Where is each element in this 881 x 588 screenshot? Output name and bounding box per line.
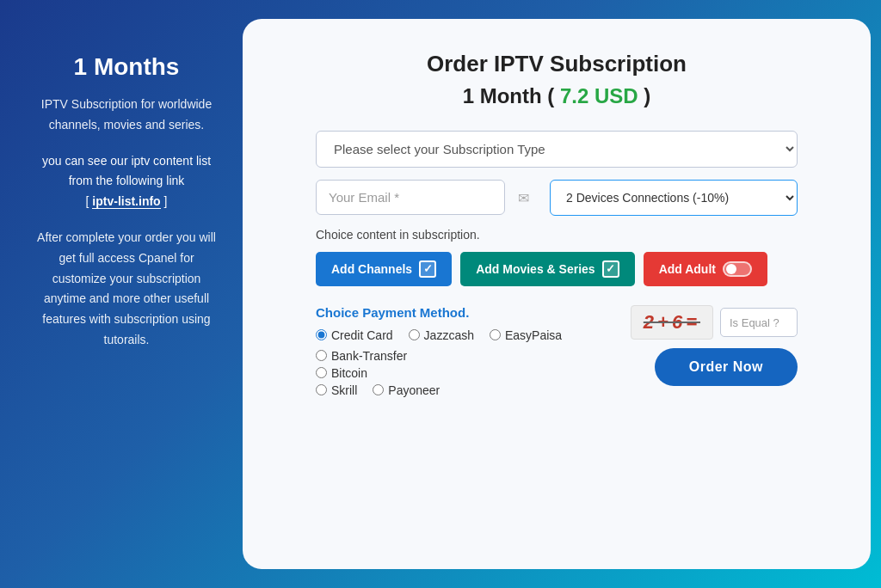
email-input-wrap: ✉	[316, 180, 538, 216]
form-area: Please select your Subscription Type 1 M…	[316, 131, 798, 401]
jazzcash-label: Jazzcash	[424, 328, 474, 342]
payment-row3: Bitcoin	[316, 366, 631, 380]
left-desc3: After complete your order you will get f…	[31, 228, 222, 351]
left-title: 1 Months	[74, 53, 180, 81]
captcha-text: 2+6=	[644, 311, 700, 333]
payment-skrill[interactable]: Skrill	[316, 383, 357, 397]
payment-jazzcash[interactable]: Jazzcash	[409, 328, 474, 342]
captcha-input[interactable]	[720, 308, 798, 337]
payment-bitcoin[interactable]: Bitcoin	[316, 366, 367, 380]
payment-row1: Credit Card Jazzcash EasyPaisa	[316, 328, 631, 342]
payment-title: Choice Payment Method.	[316, 305, 631, 320]
payment-left: Choice Payment Method. Credit Card Jazzc…	[316, 305, 631, 401]
bitcoin-label: Bitcoin	[331, 366, 367, 380]
add-movies-button[interactable]: Add Movies & Series	[460, 252, 635, 286]
email-devices-row: ✉ 2 Devices Connections (-10%) 1 Device …	[316, 180, 798, 216]
movies-label: Add Movies & Series	[476, 262, 595, 276]
bank-transfer-label: Bank-Transfer	[331, 349, 407, 363]
order-title: Order IPTV Subscription	[427, 50, 687, 79]
payment-row2: Bank-Transfer	[316, 349, 631, 363]
devices-select[interactable]: 2 Devices Connections (-10%) 1 Device Co…	[550, 180, 798, 216]
radio-bank-transfer[interactable]	[316, 350, 327, 361]
right-panel: Order IPTV Subscription 1 Month ( 7.2 US…	[243, 19, 871, 569]
channels-checkbox-icon	[419, 260, 436, 278]
payment-payoneer[interactable]: Payoneer	[373, 383, 440, 397]
channels-label: Add Channels	[331, 262, 412, 276]
radio-bitcoin[interactable]	[316, 367, 327, 378]
link-suffix: ]	[161, 194, 168, 208]
left-desc2: you can see our iptv content list from t…	[42, 154, 211, 188]
add-channels-button[interactable]: Add Channels	[316, 252, 452, 286]
payment-bank-transfer[interactable]: Bank-Transfer	[316, 349, 407, 363]
payment-section: Choice Payment Method. Credit Card Jazzc…	[316, 305, 798, 401]
subtitle-post: )	[644, 84, 650, 107]
radio-payoneer[interactable]	[373, 384, 384, 395]
movies-checkbox-icon	[602, 260, 619, 278]
left-link-section: you can see our iptv content list from t…	[31, 151, 222, 212]
order-subtitle: 1 Month ( 7.2 USD )	[463, 84, 651, 108]
subtitle-pre: 1 Month (	[463, 84, 555, 107]
price-value: 7.2 USD	[560, 84, 638, 107]
payoneer-label: Payoneer	[388, 383, 440, 397]
radio-jazzcash[interactable]	[409, 329, 420, 340]
left-panel: 1 Months IPTV Subscription for worldwide…	[10, 19, 243, 569]
left-desc1: IPTV Subscription for worldwide channels…	[31, 95, 222, 136]
credit-card-label: Credit Card	[331, 328, 393, 342]
payment-row: Choice Payment Method. Credit Card Jazzc…	[316, 305, 798, 401]
order-now-button[interactable]: Order Now	[655, 348, 798, 386]
email-icon: ✉	[518, 189, 529, 205]
radio-easypaisa[interactable]	[490, 329, 501, 340]
captcha-area: 2+6=	[631, 305, 798, 340]
payment-easypaisa[interactable]: EasyPaisa	[490, 328, 562, 342]
adult-toggle-icon	[723, 261, 752, 277]
email-input[interactable]	[316, 180, 505, 215]
iptv-list-link[interactable]: iptv-list.info	[92, 194, 160, 209]
adult-label: Add Adult	[659, 262, 716, 276]
main-container: 1 Months IPTV Subscription for worldwide…	[10, 19, 871, 569]
subscription-type-select[interactable]: Please select your Subscription Type 1 M…	[316, 131, 798, 168]
toggle-buttons-row: Add Channels Add Movies & Series Add Adu…	[316, 252, 798, 286]
easypaisa-label: EasyPaisa	[505, 328, 562, 342]
payment-credit-card[interactable]: Credit Card	[316, 328, 393, 342]
skrill-label: Skrill	[331, 383, 357, 397]
payment-right: 2+6= Order Now	[631, 305, 798, 386]
radio-credit-card[interactable]	[316, 329, 327, 340]
choice-content-label: Choice content in subscription.	[316, 228, 798, 242]
add-adult-button[interactable]: Add Adult	[644, 252, 767, 286]
captcha-image: 2+6=	[631, 305, 713, 340]
payment-row4: Skrill Payoneer	[316, 383, 631, 397]
radio-skrill[interactable]	[316, 384, 327, 395]
